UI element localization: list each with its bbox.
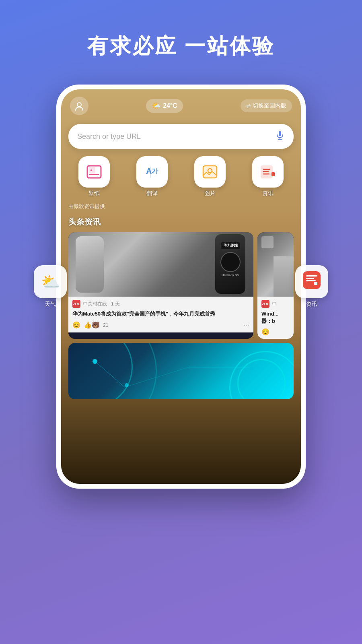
source-text-2: 中 <box>272 301 277 308</box>
svg-line-24 <box>93 359 125 387</box>
weather-cloud-icon: 🌤️ <box>152 101 160 110</box>
svg-rect-16 <box>203 166 217 178</box>
svg-rect-23 <box>272 172 275 176</box>
news-icon-item[interactable]: 资讯 <box>252 156 284 197</box>
news-source-row-1: ZOL 中关村在线 · 1 天 <box>72 300 249 308</box>
news-actions-2: 😊 <box>261 328 290 336</box>
news-card-image-1: Harmony OS 华为终端 <box>68 232 253 297</box>
photos-label: 图片 <box>204 190 216 197</box>
translate-label: 翻译 <box>146 190 158 197</box>
teal-decoration <box>68 343 294 399</box>
wallpaper-icon-item[interactable]: 壁纸 <box>78 156 110 197</box>
switch-region-button[interactable]: ⇄ 切换至国内版 <box>241 99 292 112</box>
emoji-3: 😊 <box>261 328 269 336</box>
wallpaper-label: 壁纸 <box>88 190 100 197</box>
weather-pill[interactable]: 🌤️ 24°C <box>146 99 183 113</box>
bottom-news-card[interactable] <box>68 343 294 399</box>
source-icon-1: ZOL <box>72 300 80 308</box>
news-title-1: 华为Mate50将成为首款"完全国产的手机"，今年九月完成首秀 <box>72 310 249 318</box>
phone-mockup: ⛅ 天气 资讯 <box>56 85 306 489</box>
weather-label: 天气 <box>45 301 56 308</box>
svg-rect-6 <box>279 131 281 136</box>
svg-point-12 <box>90 169 92 171</box>
switch-icon: ⇄ <box>246 103 251 109</box>
weather-icon: ⛅ <box>41 273 60 291</box>
floating-news-widget[interactable]: 资讯 <box>295 265 328 308</box>
wallpaper-icon-box <box>78 156 110 188</box>
svg-point-5 <box>77 103 81 107</box>
photos-icon-box <box>194 156 226 188</box>
svg-text:가: 가 <box>152 167 158 174</box>
news-cards-row: Harmony OS 华为终端 ZOL 中关村在线 · 1 天 华为Mate50… <box>61 232 301 339</box>
mic-icon[interactable] <box>275 130 285 142</box>
weather-temp: 24°C <box>163 102 177 109</box>
news-card-content-2: ZOL 中 Wind...器：b 😊 <box>257 297 294 339</box>
phone-frame: 🌤️ 24°C ⇄ 切换至国内版 Search or type URL <box>56 85 306 489</box>
news-source-row-2: ZOL 中 <box>261 300 290 308</box>
search-placeholder: Search or type URL <box>77 132 141 141</box>
switch-label: 切换至国内版 <box>253 102 286 109</box>
quick-icons-row: 壁纸 A 가 翻译 <box>61 156 301 201</box>
svg-rect-1 <box>306 275 317 277</box>
harmony-os-text: Harmony OS <box>222 274 239 277</box>
emoji-2: 👍🐻 <box>84 321 100 329</box>
source-icon-2: ZOL <box>261 300 269 308</box>
news-icon-box <box>295 265 328 298</box>
news-actions-1: 😊 👍🐻 21 ··· <box>72 321 249 329</box>
search-bar[interactable]: Search or type URL <box>68 124 294 149</box>
ms-attribution: 由微软资讯提供 <box>61 201 301 215</box>
avatar-button[interactable] <box>70 97 88 115</box>
news-count-1: 21 <box>103 322 108 328</box>
news-icon-box <box>252 156 284 188</box>
source-text-1: 中关村在线 · 1 天 <box>83 301 120 308</box>
news-card-content-1: ZOL 中关村在线 · 1 天 华为Mate50将成为首款"完全国产的手机"，今… <box>68 297 253 332</box>
news-title-2: Wind...器：b <box>261 310 290 325</box>
phone-screen: 🌤️ 24°C ⇄ 切换至国内版 Search or type URL <box>61 89 301 484</box>
emoji-1: 😊 <box>72 321 80 329</box>
news-float-icon <box>303 271 321 293</box>
news-card-1[interactable]: Harmony OS 华为终端 ZOL 中关村在线 · 1 天 华为Mate50… <box>68 232 253 339</box>
translate-icon-item[interactable]: A 가 翻译 <box>136 156 168 197</box>
top-bar: 🌤️ 24°C ⇄ 切换至国内版 <box>61 89 301 120</box>
svg-rect-4 <box>314 282 317 285</box>
svg-rect-3 <box>306 280 316 281</box>
svg-rect-20 <box>263 169 270 170</box>
news-icon-label: 资讯 <box>262 190 274 197</box>
floating-weather-widget[interactable]: ⛅ 天气 <box>34 265 67 308</box>
svg-rect-2 <box>306 278 314 279</box>
news-card-2[interactable]: ZOL 中 Wind...器：b 😊 <box>257 232 294 339</box>
news-float-label: 资讯 <box>306 301 317 308</box>
headline: 有求必应 一站体验 <box>0 0 362 85</box>
section-title: 头条资讯 <box>61 215 301 232</box>
more-icon-1[interactable]: ··· <box>243 321 249 329</box>
weather-icon-box: ⛅ <box>34 265 67 298</box>
translate-icon-box: A 가 <box>136 156 168 188</box>
svg-line-25 <box>125 367 189 387</box>
svg-rect-22 <box>263 173 269 175</box>
svg-rect-21 <box>263 171 269 172</box>
photos-icon-item[interactable]: 图片 <box>194 156 226 197</box>
